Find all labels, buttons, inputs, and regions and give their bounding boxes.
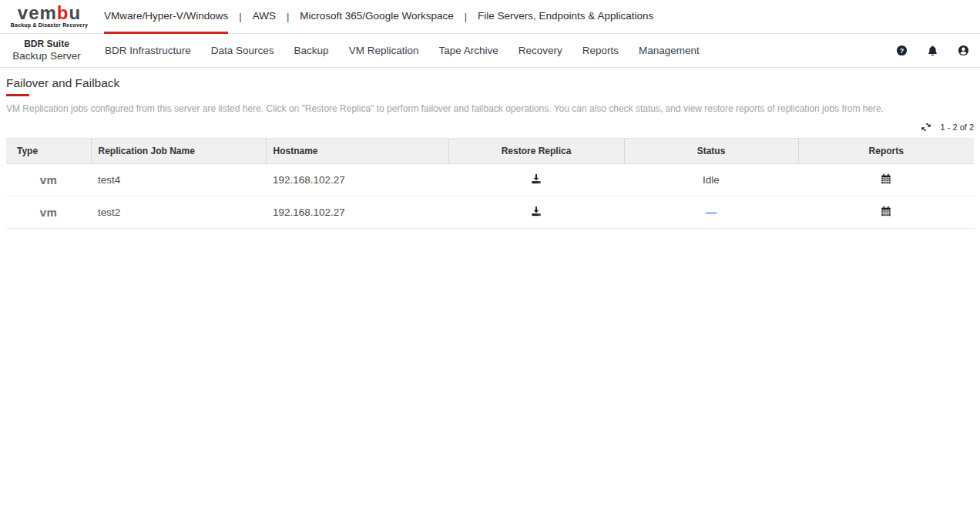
vembu-logo[interactable]: vembu Backup & Disaster Recovery <box>6 0 92 33</box>
reports-calendar-icon[interactable] <box>881 206 891 217</box>
page-title: Failover and Failback <box>6 76 974 90</box>
logo-text-prefix: vem <box>18 2 57 23</box>
table-toolbar: 1 - 2 of 2 <box>6 120 974 134</box>
nav-backup[interactable]: Backup <box>294 45 329 56</box>
tab-separator: | <box>287 11 289 22</box>
col-header-reports: Reports <box>798 139 974 164</box>
status-cell: — <box>624 196 798 229</box>
account-icon[interactable] <box>958 45 969 56</box>
main-nav: BDR Infrastructure Data Sources Backup V… <box>105 45 700 56</box>
status-cell: Idle <box>624 164 798 196</box>
type-cell: vm <box>6 196 91 229</box>
type-cell: vm <box>6 164 91 196</box>
title-underline <box>6 94 29 96</box>
col-header-hostname: Hostname <box>266 139 448 164</box>
nav-management[interactable]: Management <box>639 45 700 56</box>
reports-cell <box>798 196 974 229</box>
suite-label: BDR Suite <box>0 39 93 50</box>
nav-reports[interactable]: Reports <box>582 45 619 56</box>
reports-calendar-icon[interactable] <box>881 173 891 184</box>
replication-jobs-table: Type Replication Job Name Hostname Resto… <box>6 138 974 229</box>
tab-file-servers-endpoints-applications[interactable]: File Servers, Endpoints & Applications <box>478 0 653 34</box>
job-name-cell: test4 <box>91 164 266 196</box>
col-header-restore-replica: Restore Replica <box>448 139 624 164</box>
table-header-row: Type Replication Job Name Hostname Resto… <box>6 139 974 164</box>
server-selector[interactable]: BDR Suite Backup Server <box>0 39 93 62</box>
product-nav: VMware/Hyper-V/Windows | AWS | Microsoft… <box>104 0 653 33</box>
top-bar: vembu Backup & Disaster Recovery VMware/… <box>0 0 980 34</box>
nav-tape-archive[interactable]: Tape Archive <box>438 45 498 56</box>
tab-microsoft365-google-workspace[interactable]: Microsoft 365/Google Workspace <box>300 0 453 34</box>
status-dash: — <box>706 206 717 219</box>
header-icon-group: ? <box>896 45 980 56</box>
job-name-cell: test2 <box>91 196 266 229</box>
col-header-type: Type <box>6 139 91 164</box>
refresh-icon[interactable] <box>921 122 931 133</box>
tab-separator: | <box>465 11 467 22</box>
restore-replica-cell <box>448 196 624 229</box>
reports-cell <box>798 164 974 196</box>
col-header-replication-job-name: Replication Job Name <box>91 139 266 164</box>
nav-bdr-infrastructure[interactable]: BDR Infrastructure <box>105 45 191 56</box>
col-header-status: Status <box>624 139 798 164</box>
vmware-type-icon: vm <box>40 206 58 219</box>
restore-replica-download-icon[interactable] <box>531 173 542 184</box>
svg-text:?: ? <box>900 47 904 55</box>
pagination-label: 1 - 2 of 2 <box>941 123 974 132</box>
main-menu-bar: BDR Suite Backup Server BDR Infrastructu… <box>0 34 980 68</box>
page-description: VM Replication jobs configured from this… <box>6 103 974 114</box>
vmware-type-icon: vm <box>40 173 58 186</box>
hostname-cell: 192.168.102.27 <box>266 196 448 229</box>
help-icon[interactable]: ? <box>896 45 908 56</box>
vembu-wordmark: vembu <box>18 5 81 21</box>
restore-replica-cell <box>448 164 624 196</box>
tab-separator: | <box>239 11 241 22</box>
table-row: vm test4 192.168.102.27 Idle <box>6 164 974 196</box>
logo-text-suffix: u <box>69 2 82 23</box>
nav-recovery[interactable]: Recovery <box>519 45 562 56</box>
nav-vm-replication[interactable]: VM Replication <box>349 45 419 56</box>
server-label: Backup Server <box>0 50 93 62</box>
restore-replica-download-icon[interactable] <box>531 206 542 217</box>
table-row: vm test2 192.168.102.27 — <box>6 196 974 229</box>
hostname-cell: 192.168.102.27 <box>266 164 448 196</box>
brand-tagline: Backup & Disaster Recovery <box>11 22 88 28</box>
nav-data-sources[interactable]: Data Sources <box>211 45 274 56</box>
tab-aws[interactable]: AWS <box>253 0 276 34</box>
logo-text-b: b <box>57 2 69 23</box>
content-area: Failover and Failback VM Replication job… <box>0 76 980 229</box>
tab-vmware-hyperv-windows[interactable]: VMware/Hyper-V/Windows <box>104 0 228 34</box>
bell-icon[interactable] <box>927 45 938 56</box>
